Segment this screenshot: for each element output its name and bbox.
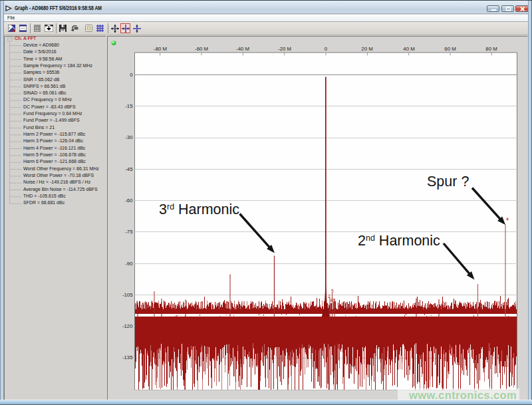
svg-text:60 M: 60 M bbox=[444, 46, 456, 52]
svg-text:0: 0 bbox=[325, 46, 328, 52]
svg-text:-90: -90 bbox=[125, 261, 133, 267]
svg-text:-120: -120 bbox=[122, 323, 133, 329]
svg-text:5: 5 bbox=[331, 289, 334, 293]
svg-text:-105: -105 bbox=[122, 292, 133, 298]
svg-text:-15: -15 bbox=[125, 103, 133, 109]
svg-text:-45: -45 bbox=[125, 166, 133, 172]
svg-text:-60: -60 bbox=[125, 198, 133, 203]
svg-text:20 M: 20 M bbox=[361, 46, 372, 52]
svg-text:80 M: 80 M bbox=[485, 46, 497, 52]
svg-text:46: 46 bbox=[331, 298, 336, 303]
svg-text:0: 0 bbox=[130, 72, 133, 78]
svg-text:-75: -75 bbox=[125, 229, 133, 235]
svg-text:-60 M: -60 M bbox=[195, 46, 208, 52]
svg-text:-30: -30 bbox=[125, 134, 133, 140]
svg-text:40 M: 40 M bbox=[403, 46, 414, 52]
svg-text:-40 M: -40 M bbox=[236, 46, 249, 52]
svg-text:-135: -135 bbox=[122, 354, 133, 360]
svg-text:-80 M: -80 M bbox=[154, 46, 167, 52]
svg-text:-20 M: -20 M bbox=[278, 46, 291, 52]
